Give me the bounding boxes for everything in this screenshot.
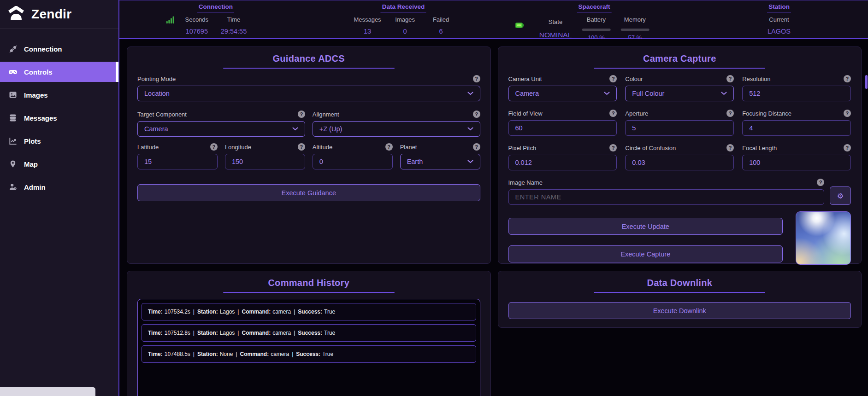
latitude-input[interactable] xyxy=(137,154,218,169)
help-icon[interactable]: ? xyxy=(609,75,617,82)
failed-value: 6 xyxy=(439,28,443,35)
latitude-label: Latitude xyxy=(137,144,159,151)
help-icon[interactable]: ? xyxy=(473,111,480,118)
sidebar-item-connection[interactable]: Connection xyxy=(0,39,118,59)
field-of-view-input[interactable] xyxy=(508,120,617,136)
database-icon xyxy=(8,113,18,123)
camera-unit-select[interactable]: Camera xyxy=(508,86,617,101)
colour-select[interactable]: Full Colour xyxy=(625,86,734,101)
help-icon[interactable]: ? xyxy=(844,75,851,82)
sidebar-item-admin[interactable]: Admin xyxy=(0,177,118,197)
current-station-stat: Current LAGOS xyxy=(767,16,791,35)
longitude-input[interactable] xyxy=(225,154,305,169)
spacecraft-status-group: Spacecraft State NOMINAL Battery 100 % M… xyxy=(539,3,650,41)
camera-unit-field: Camera Unit ? Camera xyxy=(508,75,617,101)
capture-preview-image[interactable] xyxy=(796,211,851,265)
title-underline xyxy=(594,68,765,69)
help-icon[interactable]: ? xyxy=(298,143,305,151)
altitude-input[interactable] xyxy=(313,154,393,169)
content-area: Guidance ADCS Pointing Mode ? Location xyxy=(119,39,868,396)
sidebar-item-label: Plots xyxy=(24,137,41,145)
chevron-down-icon xyxy=(467,127,473,131)
image-icon xyxy=(8,90,18,100)
focusing-distance-field: Focusing Distance ? xyxy=(742,110,851,136)
planet-field: Planet ? Earth xyxy=(400,143,480,169)
station-status-group: Station Current LAGOS xyxy=(767,3,791,35)
title-underline xyxy=(223,292,395,293)
sidebar-item-messages[interactable]: Messages xyxy=(0,108,118,128)
memory-bar xyxy=(620,29,649,31)
main-area: Connection Seconds 107695 Time 29:54:55 … xyxy=(118,0,868,396)
sidebar-footer[interactable] xyxy=(0,387,95,396)
longitude-field: Longitude ? xyxy=(225,143,305,169)
help-icon[interactable]: ? xyxy=(473,143,480,151)
help-icon[interactable]: ? xyxy=(473,75,480,82)
logo: Zendir xyxy=(0,0,118,29)
pixel-pitch-label: Pixel Pitch xyxy=(508,145,537,151)
command-history-row[interactable]: Time:107488.5s | Station:None | Command:… xyxy=(142,345,476,363)
chevron-down-icon xyxy=(467,92,473,95)
alignment-select[interactable]: +Z (Up) xyxy=(313,121,480,137)
time-value: 29:54:55 xyxy=(221,28,247,35)
help-icon[interactable]: ? xyxy=(844,144,851,151)
sidebar-item-controls[interactable]: Controls xyxy=(0,62,118,82)
zendir-logo-icon xyxy=(7,6,25,23)
focusing-distance-input[interactable] xyxy=(742,120,851,136)
user-gear-icon xyxy=(8,182,18,192)
help-icon[interactable]: ? xyxy=(726,144,734,151)
history-panel-title: Command History xyxy=(137,278,480,288)
messages-value: 13 xyxy=(364,28,371,35)
memory-stat: Memory 57 % xyxy=(620,16,649,41)
help-icon[interactable]: ? xyxy=(844,110,851,117)
help-icon[interactable]: ? xyxy=(609,144,617,151)
camera-panel-title: Camera Capture xyxy=(508,53,851,64)
state-stat: State NOMINAL xyxy=(539,18,572,41)
command-history-list: Time:107534.2s | Station:Lagos | Command… xyxy=(137,299,480,396)
target-component-label: Target Component xyxy=(137,111,187,118)
status-bar: Connection Seconds 107695 Time 29:54:55 … xyxy=(119,0,868,39)
command-history-row[interactable]: Time:107534.2s | Station:Lagos | Command… xyxy=(142,303,476,320)
help-icon[interactable]: ? xyxy=(385,143,393,151)
generate-name-button[interactable]: ⚙ xyxy=(830,186,851,205)
data-received-group-title: Data Received xyxy=(381,3,426,12)
image-name-input[interactable] xyxy=(508,189,825,205)
pointing-mode-select[interactable]: Location xyxy=(137,86,480,101)
help-icon[interactable]: ? xyxy=(817,179,824,186)
sidebar-item-label: Controls xyxy=(24,68,53,76)
help-icon[interactable]: ? xyxy=(609,110,617,117)
circle-of-confusion-input[interactable] xyxy=(625,155,734,170)
images-stat: Images 0 xyxy=(393,16,417,35)
location-pin-icon xyxy=(8,159,18,169)
help-icon[interactable]: ? xyxy=(210,143,218,151)
downlink-panel-title: Data Downlink xyxy=(508,278,851,288)
focal-length-input[interactable] xyxy=(742,155,851,170)
altitude-label: Altitude xyxy=(313,144,332,151)
sidebar-item-map[interactable]: Map xyxy=(0,154,118,174)
execute-update-button[interactable]: Execute Update xyxy=(508,218,783,235)
longitude-label: Longitude xyxy=(225,144,251,151)
latitude-field: Latitude ? xyxy=(137,143,218,169)
help-icon[interactable]: ? xyxy=(298,111,305,118)
camera-capture-panel: Camera Capture Camera Unit ? Camera xyxy=(498,47,862,264)
command-history-row[interactable]: Time:107512.8s | Station:Lagos | Command… xyxy=(142,324,476,342)
help-icon[interactable]: ? xyxy=(726,75,734,82)
resolution-input[interactable] xyxy=(742,86,851,101)
pixel-pitch-input[interactable] xyxy=(508,155,617,170)
execute-guidance-button[interactable]: Execute Guidance xyxy=(137,184,480,201)
connection-status-group: Connection Seconds 107695 Time 29:54:55 xyxy=(185,3,247,35)
time-stat: Time 29:54:55 xyxy=(221,16,247,35)
sidebar-item-images[interactable]: Images xyxy=(0,85,118,105)
aperture-input[interactable] xyxy=(625,120,734,136)
execute-capture-button[interactable]: Execute Capture xyxy=(508,245,783,262)
help-icon[interactable]: ? xyxy=(726,110,734,117)
guidance-panel-title: Guidance ADCS xyxy=(137,53,480,64)
data-received-group: Data Received Messages 13 Images 0 Faile… xyxy=(354,3,453,35)
pixel-pitch-field: Pixel Pitch ? xyxy=(508,144,617,170)
target-component-select[interactable]: Camera xyxy=(137,121,305,137)
execute-downlink-button[interactable]: Execute Downlink xyxy=(508,302,851,319)
messages-stat: Messages 13 xyxy=(354,16,381,35)
planet-select[interactable]: Earth xyxy=(400,154,480,169)
scrollbar-thumb[interactable] xyxy=(865,75,868,89)
sidebar-item-plots[interactable]: Plots xyxy=(0,131,118,151)
battery-stat: Battery 100 % xyxy=(582,16,610,41)
